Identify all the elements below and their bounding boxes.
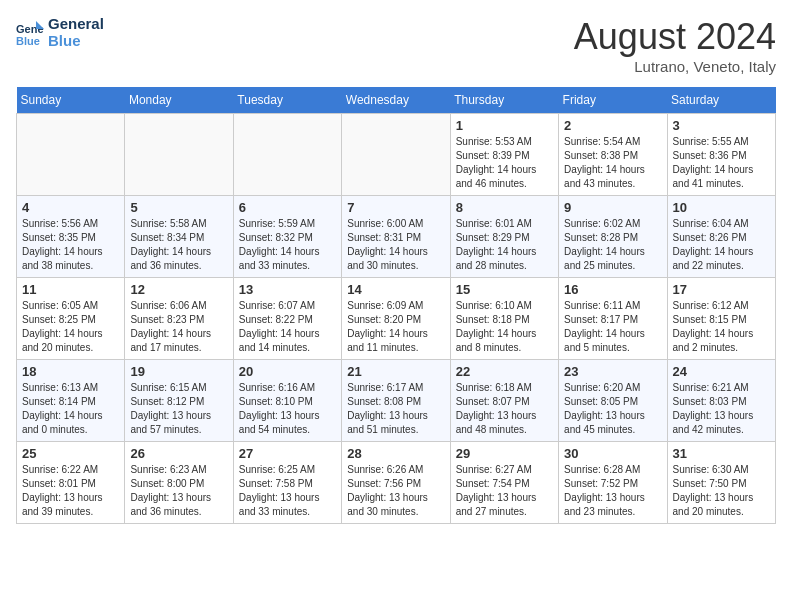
calendar-cell bbox=[342, 114, 450, 196]
logo-blue: Blue bbox=[48, 33, 104, 50]
day-number: 10 bbox=[673, 200, 770, 215]
day-info: Sunrise: 6:18 AM Sunset: 8:07 PM Dayligh… bbox=[456, 381, 553, 437]
day-number: 16 bbox=[564, 282, 661, 297]
day-number: 30 bbox=[564, 446, 661, 461]
day-number: 14 bbox=[347, 282, 444, 297]
day-number: 3 bbox=[673, 118, 770, 133]
day-info: Sunrise: 5:54 AM Sunset: 8:38 PM Dayligh… bbox=[564, 135, 661, 191]
calendar-cell: 3Sunrise: 5:55 AM Sunset: 8:36 PM Daylig… bbox=[667, 114, 775, 196]
calendar-table: SundayMondayTuesdayWednesdayThursdayFrid… bbox=[16, 87, 776, 524]
weekday-header-monday: Monday bbox=[125, 87, 233, 114]
calendar-cell: 30Sunrise: 6:28 AM Sunset: 7:52 PM Dayli… bbox=[559, 442, 667, 524]
weekday-header-wednesday: Wednesday bbox=[342, 87, 450, 114]
day-number: 22 bbox=[456, 364, 553, 379]
day-info: Sunrise: 5:58 AM Sunset: 8:34 PM Dayligh… bbox=[130, 217, 227, 273]
title-block: August 2024 Lutrano, Veneto, Italy bbox=[574, 16, 776, 75]
day-number: 5 bbox=[130, 200, 227, 215]
day-number: 1 bbox=[456, 118, 553, 133]
day-info: Sunrise: 6:09 AM Sunset: 8:20 PM Dayligh… bbox=[347, 299, 444, 355]
day-info: Sunrise: 6:20 AM Sunset: 8:05 PM Dayligh… bbox=[564, 381, 661, 437]
week-row-5: 25Sunrise: 6:22 AM Sunset: 8:01 PM Dayli… bbox=[17, 442, 776, 524]
day-info: Sunrise: 5:55 AM Sunset: 8:36 PM Dayligh… bbox=[673, 135, 770, 191]
week-row-3: 11Sunrise: 6:05 AM Sunset: 8:25 PM Dayli… bbox=[17, 278, 776, 360]
calendar-cell: 25Sunrise: 6:22 AM Sunset: 8:01 PM Dayli… bbox=[17, 442, 125, 524]
day-number: 29 bbox=[456, 446, 553, 461]
day-info: Sunrise: 6:00 AM Sunset: 8:31 PM Dayligh… bbox=[347, 217, 444, 273]
month-title: August 2024 bbox=[574, 16, 776, 58]
calendar-cell: 26Sunrise: 6:23 AM Sunset: 8:00 PM Dayli… bbox=[125, 442, 233, 524]
weekday-header-saturday: Saturday bbox=[667, 87, 775, 114]
day-info: Sunrise: 6:26 AM Sunset: 7:56 PM Dayligh… bbox=[347, 463, 444, 519]
day-number: 20 bbox=[239, 364, 336, 379]
day-info: Sunrise: 5:56 AM Sunset: 8:35 PM Dayligh… bbox=[22, 217, 119, 273]
day-info: Sunrise: 6:21 AM Sunset: 8:03 PM Dayligh… bbox=[673, 381, 770, 437]
day-info: Sunrise: 6:04 AM Sunset: 8:26 PM Dayligh… bbox=[673, 217, 770, 273]
day-number: 4 bbox=[22, 200, 119, 215]
day-info: Sunrise: 5:59 AM Sunset: 8:32 PM Dayligh… bbox=[239, 217, 336, 273]
calendar-cell: 6Sunrise: 5:59 AM Sunset: 8:32 PM Daylig… bbox=[233, 196, 341, 278]
day-info: Sunrise: 6:22 AM Sunset: 8:01 PM Dayligh… bbox=[22, 463, 119, 519]
calendar-cell: 20Sunrise: 6:16 AM Sunset: 8:10 PM Dayli… bbox=[233, 360, 341, 442]
day-number: 8 bbox=[456, 200, 553, 215]
day-number: 12 bbox=[130, 282, 227, 297]
day-number: 7 bbox=[347, 200, 444, 215]
day-info: Sunrise: 6:16 AM Sunset: 8:10 PM Dayligh… bbox=[239, 381, 336, 437]
page-header: General Blue General Blue August 2024 Lu… bbox=[16, 16, 776, 75]
day-info: Sunrise: 6:23 AM Sunset: 8:00 PM Dayligh… bbox=[130, 463, 227, 519]
day-number: 17 bbox=[673, 282, 770, 297]
calendar-cell: 29Sunrise: 6:27 AM Sunset: 7:54 PM Dayli… bbox=[450, 442, 558, 524]
day-info: Sunrise: 6:01 AM Sunset: 8:29 PM Dayligh… bbox=[456, 217, 553, 273]
weekday-header-thursday: Thursday bbox=[450, 87, 558, 114]
day-info: Sunrise: 6:25 AM Sunset: 7:58 PM Dayligh… bbox=[239, 463, 336, 519]
weekday-header-tuesday: Tuesday bbox=[233, 87, 341, 114]
day-info: Sunrise: 6:17 AM Sunset: 8:08 PM Dayligh… bbox=[347, 381, 444, 437]
calendar-cell bbox=[233, 114, 341, 196]
day-info: Sunrise: 5:53 AM Sunset: 8:39 PM Dayligh… bbox=[456, 135, 553, 191]
day-number: 31 bbox=[673, 446, 770, 461]
day-info: Sunrise: 6:28 AM Sunset: 7:52 PM Dayligh… bbox=[564, 463, 661, 519]
location: Lutrano, Veneto, Italy bbox=[574, 58, 776, 75]
weekday-header-sunday: Sunday bbox=[17, 87, 125, 114]
day-number: 6 bbox=[239, 200, 336, 215]
calendar-cell: 1Sunrise: 5:53 AM Sunset: 8:39 PM Daylig… bbox=[450, 114, 558, 196]
day-info: Sunrise: 6:11 AM Sunset: 8:17 PM Dayligh… bbox=[564, 299, 661, 355]
calendar-cell: 11Sunrise: 6:05 AM Sunset: 8:25 PM Dayli… bbox=[17, 278, 125, 360]
calendar-cell: 4Sunrise: 5:56 AM Sunset: 8:35 PM Daylig… bbox=[17, 196, 125, 278]
day-info: Sunrise: 6:06 AM Sunset: 8:23 PM Dayligh… bbox=[130, 299, 227, 355]
day-number: 25 bbox=[22, 446, 119, 461]
calendar-cell: 17Sunrise: 6:12 AM Sunset: 8:15 PM Dayli… bbox=[667, 278, 775, 360]
day-info: Sunrise: 6:12 AM Sunset: 8:15 PM Dayligh… bbox=[673, 299, 770, 355]
calendar-cell: 28Sunrise: 6:26 AM Sunset: 7:56 PM Dayli… bbox=[342, 442, 450, 524]
calendar-cell: 31Sunrise: 6:30 AM Sunset: 7:50 PM Dayli… bbox=[667, 442, 775, 524]
day-info: Sunrise: 6:30 AM Sunset: 7:50 PM Dayligh… bbox=[673, 463, 770, 519]
day-number: 19 bbox=[130, 364, 227, 379]
calendar-cell: 18Sunrise: 6:13 AM Sunset: 8:14 PM Dayli… bbox=[17, 360, 125, 442]
week-row-4: 18Sunrise: 6:13 AM Sunset: 8:14 PM Dayli… bbox=[17, 360, 776, 442]
day-info: Sunrise: 6:10 AM Sunset: 8:18 PM Dayligh… bbox=[456, 299, 553, 355]
calendar-cell bbox=[17, 114, 125, 196]
calendar-cell: 9Sunrise: 6:02 AM Sunset: 8:28 PM Daylig… bbox=[559, 196, 667, 278]
day-number: 2 bbox=[564, 118, 661, 133]
day-info: Sunrise: 6:15 AM Sunset: 8:12 PM Dayligh… bbox=[130, 381, 227, 437]
calendar-cell: 15Sunrise: 6:10 AM Sunset: 8:18 PM Dayli… bbox=[450, 278, 558, 360]
calendar-cell: 19Sunrise: 6:15 AM Sunset: 8:12 PM Dayli… bbox=[125, 360, 233, 442]
calendar-cell bbox=[125, 114, 233, 196]
day-info: Sunrise: 6:13 AM Sunset: 8:14 PM Dayligh… bbox=[22, 381, 119, 437]
weekday-header-row: SundayMondayTuesdayWednesdayThursdayFrid… bbox=[17, 87, 776, 114]
calendar-cell: 24Sunrise: 6:21 AM Sunset: 8:03 PM Dayli… bbox=[667, 360, 775, 442]
day-number: 28 bbox=[347, 446, 444, 461]
calendar-cell: 21Sunrise: 6:17 AM Sunset: 8:08 PM Dayli… bbox=[342, 360, 450, 442]
day-number: 13 bbox=[239, 282, 336, 297]
calendar-cell: 23Sunrise: 6:20 AM Sunset: 8:05 PM Dayli… bbox=[559, 360, 667, 442]
svg-text:Blue: Blue bbox=[16, 35, 40, 47]
week-row-1: 1Sunrise: 5:53 AM Sunset: 8:39 PM Daylig… bbox=[17, 114, 776, 196]
calendar-cell: 16Sunrise: 6:11 AM Sunset: 8:17 PM Dayli… bbox=[559, 278, 667, 360]
day-number: 15 bbox=[456, 282, 553, 297]
day-number: 18 bbox=[22, 364, 119, 379]
calendar-cell: 8Sunrise: 6:01 AM Sunset: 8:29 PM Daylig… bbox=[450, 196, 558, 278]
calendar-cell: 27Sunrise: 6:25 AM Sunset: 7:58 PM Dayli… bbox=[233, 442, 341, 524]
day-info: Sunrise: 6:05 AM Sunset: 8:25 PM Dayligh… bbox=[22, 299, 119, 355]
logo: General Blue General Blue bbox=[16, 16, 104, 49]
calendar-cell: 7Sunrise: 6:00 AM Sunset: 8:31 PM Daylig… bbox=[342, 196, 450, 278]
day-info: Sunrise: 6:07 AM Sunset: 8:22 PM Dayligh… bbox=[239, 299, 336, 355]
